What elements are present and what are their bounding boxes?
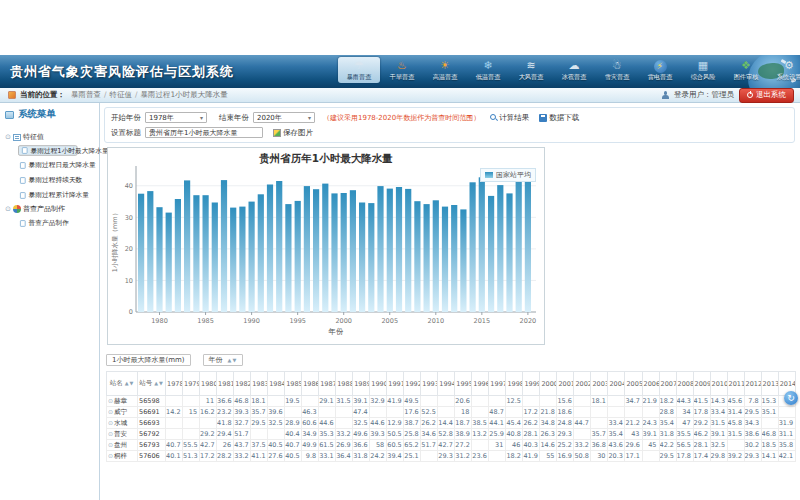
col-header-year[interactable]: 2013 [761,372,778,396]
col-header-name[interactable]: 站名 ▲▼ [107,372,138,396]
tree-leaf[interactable]: 普查产品制作 [18,217,93,229]
table-row[interactable]: ⊙威宁5669114.21516.223.239.335.739.646.347… [107,407,796,418]
station-name-cell[interactable]: ⊙威宁 [107,407,138,418]
col-header-year[interactable]: 1990 [370,372,387,396]
tree-leaf[interactable]: 暴雨过程日最大降水量 [18,159,93,171]
col-header-year[interactable]: 1979 [183,372,200,396]
col-header-id[interactable]: 站号 ▲▼ [138,372,166,396]
logout-button[interactable]: 退出系统 [739,88,794,103]
table-row[interactable]: ⊙桐梓5760640.151.317.228.233.241.127.640.5… [107,451,796,462]
tree-leaf[interactable]: 暴雨过程累计降水量 [18,189,93,201]
nav-item-high-temp[interactable]: ☀高温普查 [424,57,466,83]
nav-item-low-temp[interactable]: ❄低温普查 [467,57,509,83]
station-name-cell[interactable]: ⊙水城 [107,418,138,429]
sort-icons[interactable]: ▲▼ [154,380,164,386]
value-cell [591,418,608,429]
calculate-button[interactable]: 计算结果 [490,113,529,123]
col-header-year[interactable]: 2005 [625,372,642,396]
logged-in-user: 登录用户：管理员 [674,90,734,100]
nav-item-settings[interactable]: ⚙系统设置 [768,57,800,83]
col-header-year[interactable]: 1997 [489,372,506,396]
station-name-cell[interactable]: ⊙普安 [107,429,138,440]
col-header-year[interactable]: 1984 [268,372,285,396]
year-sort-control[interactable]: 年份 ▲▼ [203,354,244,366]
row-expander-icon[interactable]: ⊙ [108,408,113,415]
expander-icon[interactable]: ⊙ [5,205,11,213]
row-expander-icon[interactable]: ⊙ [108,452,113,459]
col-header-year[interactable]: 1983 [251,372,268,396]
table-row[interactable]: ⊙盘州5679340.755.542.72643.737.540.540.749… [107,440,796,451]
station-name-cell[interactable]: ⊙赫章 [107,396,138,407]
row-expander-icon[interactable]: ⊙ [108,430,113,437]
col-header-year[interactable]: 1994 [438,372,455,396]
tree-parent-0[interactable]: ⊙ 特征值 [5,132,96,142]
col-header-year[interactable]: 1999 [523,372,540,396]
col-header-year[interactable]: 2007 [659,372,676,396]
nav-item-drought[interactable]: ♨干旱普查 [381,57,423,83]
col-header-year[interactable]: 1978 [166,372,183,396]
download-button[interactable]: 数据下载 [539,113,579,123]
row-expander-icon[interactable]: ⊙ [108,397,113,404]
col-header-year[interactable]: 2003 [591,372,608,396]
col-header-year[interactable]: 1982 [234,372,251,396]
col-header-year[interactable]: 2004 [608,372,625,396]
station-name-cell[interactable]: ⊙盘州 [107,440,138,451]
sort-icons[interactable]: ▲▼ [125,380,135,386]
col-header-year[interactable]: 1981 [217,372,234,396]
breadcrumb-segment[interactable]: 暴雨普查 [71,90,101,99]
tree-leaf[interactable]: 暴雨过程1小时最大降水量 [18,145,78,156]
breadcrumb-segment[interactable]: 暴雨过程1小时最大降水量 [141,90,228,99]
col-header-year[interactable]: 1980 [200,372,217,396]
col-header-year[interactable]: 2000 [540,372,557,396]
start-year-select[interactable]: 1978年 ▾ [145,112,207,123]
col-header-year[interactable]: 2009 [693,372,710,396]
chart-title-input[interactable] [145,127,263,138]
chart-legend[interactable]: 国家站平均 [480,168,536,182]
col-header-year[interactable]: 2011 [727,372,744,396]
col-header-year[interactable]: 1986 [302,372,319,396]
value-cell: 30 [591,451,608,462]
save-image-button[interactable]: 保存图片 [273,128,313,138]
col-header-year[interactable]: 1998 [506,372,523,396]
col-header-year[interactable]: 1985 [285,372,302,396]
tree-parent-1[interactable]: ⊙ 普查产品制作 [5,204,96,214]
end-year-select[interactable]: 2020年 ▾ [253,112,315,123]
nav-item-rainstorm[interactable]: ☂暴雨普查 [338,57,380,83]
row-expander-icon[interactable]: ⊙ [108,419,113,426]
value-cell: 35.4 [608,429,625,440]
col-header-year[interactable]: 1993 [421,372,438,396]
col-header-year[interactable]: 2010 [710,372,727,396]
metric-selector[interactable]: 1小时最大降水量(mm) [106,354,191,366]
table-row[interactable]: ⊙普安5679229.229.451.740.434.935.333.249.6… [107,429,796,440]
col-header-year[interactable]: 1987 [319,372,336,396]
nav-item-map-review[interactable]: ❖图件审核 [725,57,767,83]
col-header-year[interactable]: 1991 [387,372,404,396]
col-header-year[interactable]: 1989 [353,372,370,396]
col-header-year[interactable]: 2002 [574,372,591,396]
col-header-year[interactable]: 1988 [336,372,353,396]
col-header-year[interactable]: 1992 [404,372,421,396]
tree-leaf[interactable]: 暴雨过程持续天数 [18,174,93,186]
nav-item-hail[interactable]: ☁冰雹普查 [553,57,595,83]
col-header-year[interactable]: 2008 [676,372,693,396]
nav-item-lightning[interactable]: ⚡雷电普查 [639,57,681,83]
table-row[interactable]: ⊙赫章565981136.646.818.119.529.131.539.132… [107,396,796,407]
nav-item-snow[interactable]: ☃雪灾普查 [596,57,638,83]
col-header-year[interactable]: 2006 [642,372,659,396]
table-row[interactable]: ⊙水城5669341.832.729.532.528.960.644.632.5… [107,418,796,429]
station-name-cell[interactable]: ⊙桐梓 [107,451,138,462]
col-header-year[interactable]: 1995 [455,372,472,396]
expander-icon[interactable]: ⊙ [5,133,11,141]
value-cell [608,407,625,418]
nav-item-wind[interactable]: ≋大风普查 [510,57,552,83]
refresh-button[interactable]: ↻ [784,391,798,405]
nav-item-risk[interactable]: ▦综合风险 [682,57,724,83]
value-cell [268,396,285,407]
row-expander-icon[interactable]: ⊙ [108,441,113,448]
breadcrumb-segment[interactable]: 特征值 [110,90,133,99]
value-cell: 36.8 [591,440,608,451]
col-header-year[interactable]: 2001 [557,372,574,396]
col-header-year[interactable]: 2012 [744,372,761,396]
value-cell: 11 [200,396,217,407]
col-header-year[interactable]: 1996 [472,372,489,396]
